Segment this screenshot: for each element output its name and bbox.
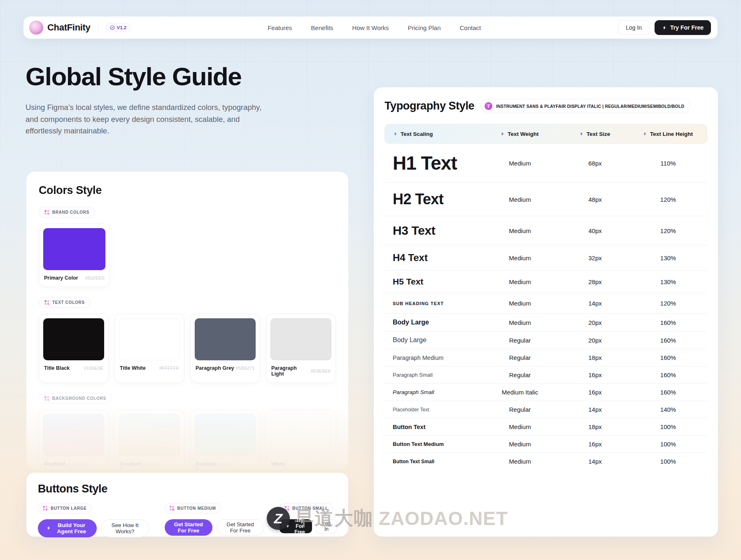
column-text-weight: Text Weight — [478, 131, 561, 137]
lightning-icon — [46, 525, 51, 531]
typography-row-h1: H1 Text Medium 68px 110% — [384, 144, 707, 183]
text-colors-chip: TEXT COLORS — [39, 297, 91, 308]
button-large-chip: BUTTON LARGE — [38, 503, 92, 513]
swatch-gradient-2: Gradient 2 #F2FBFF - #FEF7F1 — [114, 410, 184, 479]
color-swatch — [270, 414, 331, 456]
nav-pricing-plan[interactable]: Pricing Plan — [408, 24, 440, 31]
page-description: Using Figma’s local styles, we define st… — [26, 102, 273, 137]
background-colors-row: Gradient 1 #EDF6FF - #FFF2F6 Gradient 2 … — [39, 410, 336, 479]
version-badge: V1.2 — [106, 23, 131, 32]
dots-icon — [44, 300, 49, 305]
nav-features[interactable]: Features — [268, 24, 292, 31]
top-navigation-bar: ChatFinity V1.2 Features Benefits How It… — [23, 16, 718, 39]
typography-row-paragraph-medium: Paragraph Medium Regular 18px 160% — [384, 349, 707, 366]
get-started-primary-button[interactable]: Get Started For Free — [165, 519, 213, 536]
swatch-hex: #632EE5 — [85, 275, 105, 280]
color-swatch — [270, 318, 331, 360]
dots-icon — [170, 506, 174, 511]
lightning-icon — [500, 131, 505, 136]
colors-style-title: Colors Style — [39, 184, 336, 197]
swatch-title-white: Title White #FFFFFF — [114, 314, 184, 383]
lightning-icon — [643, 131, 647, 136]
column-text-scaling: Text Scaling — [385, 131, 478, 137]
background-colors-chip: BACKGROUND COLORS — [39, 393, 112, 404]
lightning-icon — [285, 523, 290, 529]
typography-row-placeholder-text: Placeholder Text Regular 14px 140% — [384, 401, 707, 418]
dots-icon — [284, 506, 289, 511]
hero-section: Global Style Guide Using Figma’s local s… — [26, 62, 297, 137]
text-colors-row: Title Black #100E0E Title White #FFFFFF … — [39, 314, 336, 383]
buttons-style-card: Buttons Style BUTTON LARGE Build Your Ag… — [26, 473, 348, 537]
swatch-name: Primary Color — [44, 275, 78, 281]
color-swatch — [119, 318, 180, 360]
brand-logo-group[interactable]: ChatFinity V1.2 — [29, 21, 130, 35]
swatch-gradient-1: Gradient 1 #EDF6FF - #FFF2F6 — [39, 410, 109, 479]
brand-colors-row: Primary Color #632EE5 — [39, 224, 336, 287]
lightning-icon — [579, 131, 584, 136]
swatch-gradient-3: Gradient 3 #F0F6FF - #F0FFFD — [190, 410, 260, 479]
button-small-group: BUTTON SMALL Try For Free Log In — [280, 502, 337, 537]
font-icon: T — [485, 102, 492, 110]
typography-style-card: Typography Style T INSTRUMENT SANS & PLA… — [374, 87, 718, 537]
swatch-white: White #FFFFFF — [266, 410, 336, 479]
typography-table-header: Text Scaling Text Weight Text Size Text … — [384, 124, 707, 144]
swatch-paragraph-grey: Paragraph Grey #5B6271 — [190, 314, 260, 383]
main-nav: Features Benefits How It Works Pricing P… — [268, 24, 481, 31]
nav-benefits[interactable]: Benefits — [311, 24, 333, 31]
typography-row-body-large-medium: Body Large Medium 20px 160% — [384, 314, 707, 331]
login-button[interactable]: Log In — [618, 20, 650, 35]
color-swatch — [119, 414, 180, 456]
see-how-it-works-button[interactable]: See How It Works? — [101, 519, 149, 537]
header-actions: Log In Try For Free — [618, 20, 711, 35]
typography-row-body-large-regular: Body Large Regular 20px 160% — [384, 331, 707, 349]
chatfinity-logo-icon — [29, 21, 43, 35]
button-medium-group: BUTTON MEDIUM Get Started For Free Get S… — [165, 502, 264, 537]
typography-row-paragraph-small-italic: Paragraph Small Medium Italic 16px 160% — [384, 384, 707, 401]
nav-how-it-works[interactable]: How It Works — [352, 24, 389, 31]
build-your-agent-free-button[interactable]: Build Your Agent Free — [38, 519, 97, 537]
color-swatch — [195, 318, 256, 360]
typography-row-button-text-medium: Button Text Medium Medium 16px 100% — [384, 436, 707, 453]
buttons-style-title: Buttons Style — [38, 483, 337, 495]
color-swatch — [43, 228, 105, 270]
dots-icon — [44, 210, 49, 215]
brand-name: ChatFinity — [47, 22, 91, 33]
try-for-free-button[interactable]: Try For Free — [655, 20, 711, 35]
typography-row-button-text-small: Button Text Small Medium 14px 100% — [384, 453, 707, 470]
page-title: Global Style Guide — [26, 62, 297, 91]
colors-style-card: Colors Style BRAND COLORS Primary Color … — [26, 172, 348, 469]
font-family-badge: T INSTRUMENT SANS & PLAYFAIR DISPLAY ITA… — [481, 99, 690, 113]
get-started-secondary-button[interactable]: Get Started For Free — [217, 519, 264, 536]
lightning-icon — [662, 25, 667, 30]
background-colors-group: BACKGROUND COLORS Gradient 1 #EDF6FF - #… — [39, 383, 336, 479]
column-text-size: Text Size — [561, 131, 629, 137]
check-circle-icon — [110, 25, 115, 30]
dots-icon — [43, 506, 47, 511]
typography-row-paragraph-small: Paragraph Small Regular 16px 160% — [384, 366, 707, 384]
dots-icon — [44, 396, 49, 401]
column-text-line-height: Text Line Height — [629, 131, 707, 137]
try-for-free-small-button[interactable]: Try For Free — [280, 519, 312, 533]
lightning-icon — [393, 131, 398, 136]
color-swatch — [43, 318, 104, 360]
login-small-button[interactable]: Log In — [316, 519, 337, 533]
button-medium-chip: BUTTON MEDIUM — [165, 503, 221, 513]
swatch-title-black: Title Black #100E0E — [39, 314, 109, 383]
typography-row-h2: H2 Text Medium 48px 120% — [384, 183, 707, 216]
swatch-paragraph-light: Paragraph Light #E6E6E6 — [266, 314, 336, 383]
typography-row-button-text: Button Text Medium 18px 100% — [384, 418, 707, 436]
button-large-group: BUTTON LARGE Build Your Agent Free See H… — [38, 502, 149, 537]
color-swatch — [195, 414, 256, 456]
typography-row-h3: H3 Text Medium 40px 120% — [384, 216, 707, 245]
typography-style-title: Typography Style — [384, 100, 474, 112]
typography-row-h4: H4 Text Medium 32px 130% — [384, 245, 707, 271]
typography-row-h5: H5 Text Medium 28px 130% — [384, 271, 707, 293]
button-small-chip: BUTTON SMALL — [280, 503, 333, 513]
nav-contact[interactable]: Contact — [460, 24, 481, 31]
brand-colors-chip: BRAND COLORS — [39, 207, 95, 218]
color-swatch — [43, 414, 104, 456]
divider — [98, 23, 98, 32]
swatch-primary-color: Primary Color #632EE5 — [39, 224, 110, 287]
typography-row-sub-heading: SUB HEADING TEXT Medium 14px 120% — [384, 293, 707, 314]
